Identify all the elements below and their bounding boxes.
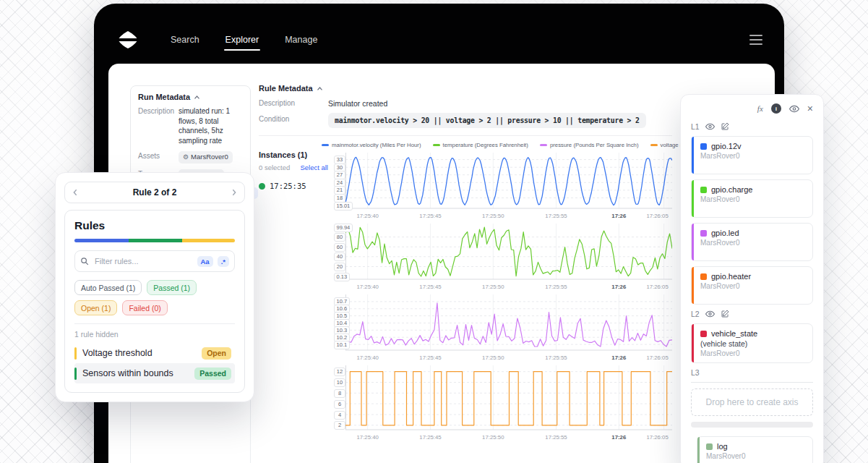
hidden-rules-note: 1 rule hidden [74,330,235,339]
eye-icon[interactable] [789,105,799,113]
progress-segment [129,239,181,242]
y-axis-tick: 0.13 [334,273,350,281]
status-badge: Passed [194,368,231,380]
progress-segment [182,239,235,242]
close-icon[interactable]: × [807,103,813,114]
rule-row[interactable]: Sensors within boundsPassed [74,363,235,383]
channel-card-gpio.charge[interactable]: gpio.chargeMarsRover0 [691,179,813,218]
horizontal-scrollbar[interactable] [691,422,813,428]
filter-chip-green[interactable]: Passed (1) [147,280,197,295]
match-case-button[interactable]: Aa [197,256,213,267]
run-assets-label: Assets [138,151,179,163]
next-rule-button[interactable] [231,189,237,196]
x-axis-tick: 17:26 [611,284,626,290]
y-axis-tick: 20 [334,263,345,271]
rule-name: Voltage threshold [82,348,196,358]
hamburger-menu-icon[interactable] [747,32,765,48]
x-axis-tick: 17:26:05 [646,354,668,361]
y-axis-tick: 10.1 [334,341,350,349]
asset-chip[interactable]: ⚙MarsRover0 [179,151,233,163]
chevron-up-icon [317,86,323,91]
channel-card-gpio.heater[interactable]: gpio.heaterMarsRover0 [691,266,813,305]
channel-asset: MarsRover0 [700,349,807,357]
rule-pager: Rule 2 of 2 [64,182,245,203]
channel-name: vehicle_state [711,329,757,338]
regex-button[interactable]: .* [218,256,229,267]
legend-item-pressure[interactable]: pressure (Pounds Per Square Inch) [540,142,639,148]
x-axis-tick: 17:26 [611,354,626,361]
filter-chip-yellow[interactable]: Open (1) [74,300,117,315]
status-badge: Open [202,347,231,360]
axis-label: L3 [691,368,700,377]
y-axis-tick: 2 [334,421,345,430]
y-axis-tick: 10 [334,378,345,387]
eye-icon[interactable] [705,310,715,318]
rule-description-label: Description [259,97,328,107]
legend-dash [433,144,440,146]
channel-name-row: gpio.led [700,229,807,237]
x-axis-tick: 17:25:55 [545,213,567,219]
filter-chip-neutral[interactable]: Auto Passed (1) [74,280,142,295]
rule-metadata-title: Rule Metadata [259,84,313,93]
app-logo-icon[interactable] [117,30,139,49]
nav-item-explorer[interactable]: Explorer [225,35,259,45]
run-description-label: Description [138,106,179,145]
rule-row[interactable]: Voltage thresholdOpen [74,343,235,363]
channel-subtitle: (vehicle state) [700,339,807,348]
info-icon[interactable]: i [771,103,781,114]
filter-chip-red[interactable]: Failed (0) [122,300,167,315]
rule-metadata-header[interactable]: Rule Metadata [259,84,672,93]
channels-panel-toolbar: fx i × [691,103,813,114]
channel-card-log[interactable]: logMarsRover0 [697,436,813,463]
chevron-up-icon [194,95,200,100]
select-all-link[interactable]: Select all [300,163,328,171]
x-axis-tick: 17:25:45 [419,284,441,290]
rule-status-bar [74,368,77,380]
edit-icon[interactable] [721,310,729,318]
filter-rules-input[interactable] [93,256,193,266]
channel-name: log [717,442,728,451]
y-axis-tick: 40 [334,252,345,261]
eye-icon[interactable] [705,123,715,130]
x-axis-tick: 17:25:50 [482,434,504,441]
chart-plot-mainmotor.velocity[interactable]: 33302724211815.01 [345,153,672,212]
drop-zone[interactable]: Drop here to create axis [691,388,813,416]
x-axis-labels: 17:25:4017:25:4517:25:5017:25:5517:2617:… [345,433,672,442]
x-axis-tick: 17:25:40 [357,434,379,441]
rules-progress-bar [74,239,235,242]
chart-plot-temperature[interactable]: 8060402099.940.13 [345,224,672,283]
channel-asset: MarsRover0 [700,282,807,290]
x-axis-tick: 17:25:55 [545,434,567,441]
legend-label: mainmotor.velocity (Miles Per Hour) [332,142,421,148]
previous-rule-button[interactable] [72,189,78,196]
channel-card-gpio.led[interactable]: gpio.ledMarsRover0 [691,223,813,261]
x-axis-tick: 17:25:50 [482,354,504,361]
run-metadata-header[interactable]: Run Metadata [138,93,243,101]
chart-pressure: 10.710.610.510.410.310.210.117:25:4017:2… [345,294,672,362]
section-divider [259,135,672,136]
legend-item-mainmotor.velocity[interactable]: mainmotor.velocity (Miles Per Hour) [322,142,421,148]
rule-pager-label: Rule 2 of 2 [78,187,231,197]
x-axis-tick: 17:26:05 [646,434,668,441]
channel-name-row: gpio.heater [700,272,807,281]
legend-item-temperature[interactable]: temperature (Degrees Fahrenheit) [433,142,528,148]
nav-item-manage[interactable]: Manage [285,35,317,45]
axis-label: L1 [691,122,700,131]
run-assets-row: Assets ⚙MarsRover0 [138,151,243,163]
chart-plot-pressure[interactable]: 10.710.610.510.410.310.210.1 [345,294,672,354]
edit-icon[interactable] [721,122,729,131]
y-axis-tick: 6 [334,400,345,409]
rule-name: Sensors within bounds [82,368,189,378]
channel-card-vehicle_state[interactable]: vehicle_state(vehicle state)MarsRover0 [691,323,813,363]
y-axis-tick: 12 [334,368,345,376]
channel-name: gpio.led [711,229,739,237]
axis-header-l1: L1 [691,122,813,131]
fx-button[interactable]: fx [757,104,763,113]
instance-item[interactable]: 17:25:35 [259,182,328,190]
channel-card-gpio.12v[interactable]: gpio.12vMarsRover0 [691,136,813,174]
nav-item-search[interactable]: Search [171,35,199,45]
channel-asset: MarsRover0 [706,452,807,460]
instances-selected-count: 0 selected [259,163,290,171]
chart-plot-voltage[interactable]: 12108642 [345,365,672,433]
x-axis-tick: 17:26:05 [646,284,668,290]
